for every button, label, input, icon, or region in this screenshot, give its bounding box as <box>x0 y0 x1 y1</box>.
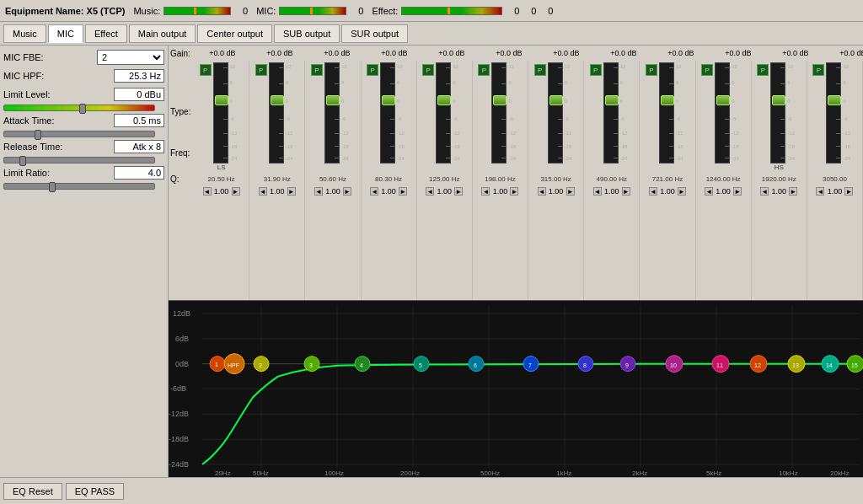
fader-track-3[interactable] <box>380 62 395 164</box>
tab-sur-output[interactable]: SUR output <box>341 24 408 43</box>
q-decrement-9[interactable]: ◄ <box>705 187 713 196</box>
q-decrement-10[interactable]: ◄ <box>760 187 769 196</box>
freq-label-9: 1240.00 Hz <box>706 175 741 187</box>
fader-thumb-11[interactable] <box>828 95 841 105</box>
tab-music[interactable]: Music <box>3 24 46 43</box>
q-row-4: ◄1.00► <box>426 187 463 196</box>
svg-text:-6dB: -6dB <box>170 385 186 394</box>
attack-time-slider-row <box>3 131 164 137</box>
svg-text:500Hz: 500Hz <box>480 469 500 477</box>
q-decrement-3[interactable]: ◄ <box>370 187 378 196</box>
limit-level-slider[interactable] <box>3 105 155 111</box>
q-decrement-8[interactable]: ◄ <box>649 187 657 196</box>
q-row-9: ◄1.00► <box>705 187 742 196</box>
mic-fbe-select[interactable]: 213 <box>97 50 164 65</box>
limit-level-row: Limit Level: 0 dBu <box>3 86 164 103</box>
fader-track-1[interactable] <box>269 62 284 164</box>
eq-reset-button[interactable]: EQ Reset <box>3 483 62 500</box>
q-value-8: 1.00 <box>658 187 677 196</box>
fader-track-5[interactable] <box>491 62 507 164</box>
fader-track-10[interactable] <box>770 62 785 164</box>
p-button-4[interactable]: P <box>422 64 434 76</box>
fader-thumb-3[interactable] <box>382 95 395 105</box>
channel-side-labels: Type: Freq: Q: <box>169 61 194 300</box>
p-button-9[interactable]: P <box>701 64 713 76</box>
p-button-1[interactable]: P <box>255 64 267 76</box>
tab-center-output[interactable]: Center output <box>197 24 272 43</box>
channel-col-0: P1260-6-12-18-24LS20.50 Hz◄1.00► <box>194 61 249 300</box>
tab-mic[interactable]: MIC <box>48 24 83 43</box>
q-increment-10[interactable]: ► <box>789 187 797 196</box>
fader-track-11[interactable] <box>826 62 841 164</box>
eq-graph-svg: 12dB 6dB 0dB -6dB -12dB -18dB -24dB 20Hz… <box>169 301 863 477</box>
fader-thumb-2[interactable] <box>326 95 340 105</box>
effect-value: 0 <box>506 6 519 16</box>
limit-ratio-slider[interactable] <box>3 183 155 190</box>
p-button-8[interactable]: P <box>646 64 657 76</box>
q-decrement-6[interactable]: ◄ <box>538 187 546 196</box>
q-row-6: ◄1.00► <box>538 187 575 196</box>
fader-thumb-5[interactable] <box>493 95 507 105</box>
q-decrement-0[interactable]: ◄ <box>203 187 212 196</box>
q-increment-7[interactable]: ► <box>622 187 630 196</box>
p-button-2[interactable]: P <box>311 64 323 76</box>
q-increment-2[interactable]: ► <box>343 187 351 196</box>
fader-thumb-10[interactable] <box>772 95 785 105</box>
q-increment-0[interactable]: ► <box>232 187 240 196</box>
fader-track-7[interactable] <box>603 62 619 164</box>
q-increment-3[interactable]: ► <box>399 187 407 196</box>
q-increment-9[interactable]: ► <box>733 187 742 196</box>
tab-sub-output[interactable]: SUB output <box>274 24 340 43</box>
fader-track-0[interactable] <box>213 62 228 164</box>
release-time-slider[interactable] <box>3 157 155 164</box>
fader-track-8[interactable] <box>659 62 674 164</box>
q-increment-5[interactable]: ► <box>510 187 518 196</box>
q-increment-1[interactable]: ► <box>287 187 296 196</box>
fader-thumb-9[interactable] <box>716 95 730 105</box>
attack-time-slider[interactable] <box>3 131 155 137</box>
q-increment-8[interactable]: ► <box>678 187 686 196</box>
channel-col-6: P1260-6-12-18-24315.00 Hz◄1.00► <box>528 61 584 300</box>
fader-track-2[interactable] <box>324 62 340 164</box>
svg-text:14: 14 <box>826 362 833 368</box>
svg-text:1: 1 <box>215 362 218 367</box>
fader-track-9[interactable] <box>715 62 730 164</box>
gain-value-5: +0.0 dB <box>480 49 538 57</box>
p-button-10[interactable]: P <box>757 64 769 76</box>
q-decrement-2[interactable]: ◄ <box>314 187 323 196</box>
p-button-3[interactable]: P <box>367 64 378 76</box>
eq-pass-button[interactable]: EQ PASS <box>66 483 124 500</box>
q-decrement-7[interactable]: ◄ <box>593 187 602 196</box>
p-button-0[interactable]: P <box>200 64 212 76</box>
fader-thumb-7[interactable] <box>605 95 619 105</box>
q-decrement-5[interactable]: ◄ <box>481 187 490 196</box>
q-row-3: ◄1.00► <box>370 187 407 196</box>
q-increment-4[interactable]: ► <box>454 187 463 196</box>
p-button-7[interactable]: P <box>590 64 602 76</box>
q-decrement-4[interactable]: ◄ <box>426 187 434 196</box>
tab-effect[interactable]: Effect <box>85 24 127 43</box>
attack-time-label: Attack Time: <box>3 115 55 126</box>
fader-thumb-1[interactable] <box>271 95 284 105</box>
effect-value3: 0 <box>539 6 553 16</box>
fader-thumb-4[interactable] <box>437 95 451 105</box>
fader-track-6[interactable] <box>548 62 563 164</box>
q-decrement-11[interactable]: ◄ <box>816 187 824 196</box>
p-button-6[interactable]: P <box>534 64 546 76</box>
fader-track-4[interactable] <box>436 62 451 164</box>
q-increment-11[interactable]: ► <box>844 187 853 196</box>
fader-thumb-8[interactable] <box>661 95 674 105</box>
fader-thumb-6[interactable] <box>549 95 563 105</box>
tab-main-output[interactable]: Main output <box>129 24 196 43</box>
svg-text:1kHz: 1kHz <box>556 469 571 477</box>
p-button-5[interactable]: P <box>478 64 490 76</box>
p-button-11[interactable]: P <box>812 64 824 76</box>
svg-text:8: 8 <box>583 362 587 368</box>
fader-thumb-0[interactable] <box>215 95 228 105</box>
q-increment-6[interactable]: ► <box>566 187 575 196</box>
q-decrement-1[interactable]: ◄ <box>259 187 267 196</box>
mic-fbe-row: MIC FBE: 213 <box>3 49 164 66</box>
svg-text:20Hz: 20Hz <box>215 469 231 477</box>
mic-hpf-row: MIC HPF: 25.3 Hz <box>3 67 164 84</box>
channel-col-8: P1260-6-12-18-24721.00 Hz◄1.00► <box>640 61 695 300</box>
